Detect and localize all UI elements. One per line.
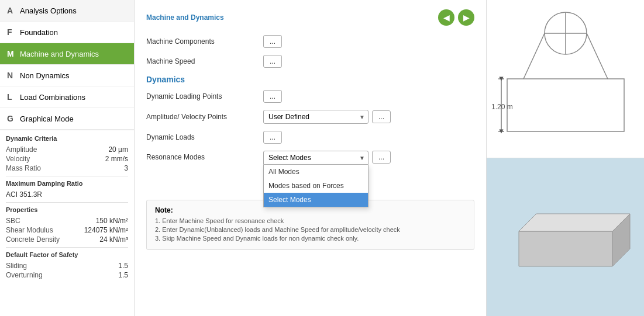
safety-title: Default Factor of Safety — [6, 251, 128, 258]
machine-speed-label: Machine Speed — [146, 57, 263, 65]
resonance-modes-list: All Modes Modes based on Forces Select M… — [263, 165, 369, 207]
svg-line-4 — [587, 33, 608, 79]
sidebar-label-graphical: Graphical Mode — [20, 114, 74, 123]
svg-rect-5 — [507, 79, 624, 131]
dynamic-loads-label: Dynamic Loads — [146, 133, 263, 141]
machine-components-button[interactable]: ... — [263, 35, 282, 48]
sliding-row: Sliding 1.5 — [6, 262, 128, 270]
sliding-label: Sliding — [6, 262, 27, 270]
sidebar-item-machine[interactable]: M Machine and Dynamics — [0, 43, 134, 65]
sidebar-item-foundation[interactable]: F Foundation — [0, 22, 134, 43]
svg-marker-10 — [519, 214, 630, 231]
amplitude-value: 20 µm — [108, 145, 128, 154]
shear-value: 124075 kN/m² — [84, 226, 128, 234]
machine-components-row: Machine Components ... — [146, 35, 474, 48]
dynamic-loading-button[interactable]: ... — [263, 90, 282, 103]
sidebar-label-machine: Machine and Dynamics — [20, 50, 99, 58]
sidebar-item-analysis[interactable]: A Analysis Options — [0, 0, 134, 22]
velocity-value: 2 mm/s — [105, 155, 128, 163]
criteria-title: Dynamic Criteria — [6, 135, 128, 142]
sidebar-letter-g: G — [7, 114, 20, 123]
sidebar: A Analysis Options F Foundation M Machin… — [0, 0, 135, 316]
machine-schematic-svg: 1.20 m — [490, 3, 642, 155]
3d-block-panel — [487, 158, 644, 316]
sidebar-label-foundation: Foundation — [20, 28, 58, 37]
prev-button[interactable]: ◀ — [438, 9, 454, 26]
machine-speed-row: Machine Speed ... — [146, 55, 474, 68]
option-modes-forces[interactable]: Modes based on Forces — [264, 179, 368, 193]
dynamics-subtitle: Dynamics — [146, 75, 474, 84]
sidebar-letter-l: L — [7, 92, 20, 102]
amplitude-row: Amplitude 20 µm — [6, 145, 128, 154]
sidebar-item-loadcomb[interactable]: L Load Combinations — [0, 86, 134, 108]
page-title: Machine and Dynamics — [146, 13, 224, 22]
shear-row: Shear Modulus 124075 kN/m² — [6, 226, 128, 234]
overturning-label: Overturning — [6, 271, 43, 279]
right-panels: 1.20 m — [486, 0, 644, 316]
next-button[interactable]: ▶ — [458, 9, 474, 26]
sidebar-label-loadcomb: Load Combinations — [20, 93, 85, 102]
note-item-3: 3. Skip Machine Speed and Dynamic loads … — [155, 235, 466, 242]
content-area: Machine and Dynamics ◀ ▶ Machine Compone… — [135, 0, 486, 316]
page-title-bar: Machine and Dynamics ◀ ▶ — [146, 9, 474, 26]
sidebar-item-nondyn[interactable]: N Non Dynamics — [0, 65, 134, 86]
amplitude-velocity-select-wrapper: User Defined ▼ — [263, 110, 369, 124]
density-row: Concrete Density 24 kN/m³ — [6, 235, 128, 244]
density-label: Concrete Density — [6, 235, 60, 244]
dynamic-loads-row: Dynamic Loads ... — [146, 131, 474, 144]
damping-value: ACI 351.3R — [6, 190, 42, 199]
massratio-row: Mass Ratio 3 — [6, 164, 128, 172]
dynamic-criteria-panel: Dynamic Criteria Amplitude 20 µm Velocit… — [0, 130, 134, 285]
overturning-row: Overturning 1.5 — [6, 271, 128, 279]
3d-block-svg — [495, 173, 636, 301]
damping-row: ACI 351.3R — [6, 190, 128, 199]
main-content: Machine and Dynamics ◀ ▶ Machine Compone… — [135, 0, 486, 316]
amplitude-label: Amplitude — [6, 145, 37, 154]
velocity-row: Velocity 2 mm/s — [6, 155, 128, 163]
sidebar-letter-f: F — [7, 27, 20, 37]
amplitude-velocity-select[interactable]: User Defined — [263, 110, 369, 124]
resonance-modes-row: Resonance Modes Select Modes ▼ All Modes… — [146, 151, 474, 165]
sidebar-letter-a: A — [7, 6, 20, 15]
damping-title: Maximum Damping Ratio — [6, 180, 128, 187]
note-item-2: 2. Enter Dynamic(Unbalanced) loads and M… — [155, 226, 466, 233]
resonance-modes-button[interactable]: ... — [372, 151, 391, 164]
velocity-label: Velocity — [6, 155, 30, 163]
amplitude-velocity-row: Amplitude/ Velocity Points User Defined … — [146, 110, 474, 124]
resonance-modes-label: Resonance Modes — [146, 151, 263, 161]
sidebar-label-nondyn: Non Dynamics — [20, 71, 70, 80]
machine-speed-button[interactable]: ... — [263, 55, 282, 68]
sidebar-item-graphical[interactable]: G Graphical Mode — [0, 108, 134, 130]
note-item-1: 1. Enter Machine Speed for resonance che… — [155, 217, 466, 224]
nav-arrows: ◀ ▶ — [438, 9, 474, 26]
sbc-value: 150 kN/m² — [96, 217, 128, 225]
shear-label: Shear Modulus — [6, 226, 53, 234]
amplitude-velocity-label: Amplitude/ Velocity Points — [146, 113, 263, 121]
machine-diagram: 1.20 m — [487, 0, 644, 158]
sliding-value: 1.5 — [118, 262, 128, 270]
sidebar-label-analysis: Analysis Options — [20, 6, 77, 15]
machine-components-label: Machine Components — [146, 37, 263, 46]
density-value: 24 kN/m³ — [99, 235, 128, 244]
sbc-label: SBC — [6, 217, 20, 225]
dimension-label: 1.20 m — [491, 103, 513, 111]
dynamic-loading-label: Dynamic Loading Points — [146, 92, 263, 100]
massratio-label: Mass Ratio — [6, 164, 41, 172]
svg-marker-9 — [519, 231, 612, 266]
dynamic-loads-button[interactable]: ... — [263, 131, 282, 144]
resonance-modes-input[interactable]: Select Modes — [263, 151, 369, 165]
sidebar-letter-n: N — [7, 71, 20, 80]
option-select-modes[interactable]: Select Modes — [264, 193, 368, 207]
option-all-modes[interactable]: All Modes — [264, 165, 368, 179]
massratio-value: 3 — [124, 164, 128, 172]
amplitude-velocity-button[interactable]: ... — [372, 110, 391, 123]
svg-line-3 — [524, 33, 545, 79]
overturning-value: 1.5 — [118, 271, 128, 279]
note-title: Note: — [155, 206, 466, 214]
properties-title: Properties — [6, 206, 128, 213]
resonance-modes-dropdown[interactable]: Select Modes ▼ All Modes Modes based on … — [263, 151, 369, 165]
dynamic-loading-row: Dynamic Loading Points ... — [146, 90, 474, 103]
sbc-row: SBC 150 kN/m² — [6, 217, 128, 225]
sidebar-letter-m: M — [7, 49, 20, 58]
